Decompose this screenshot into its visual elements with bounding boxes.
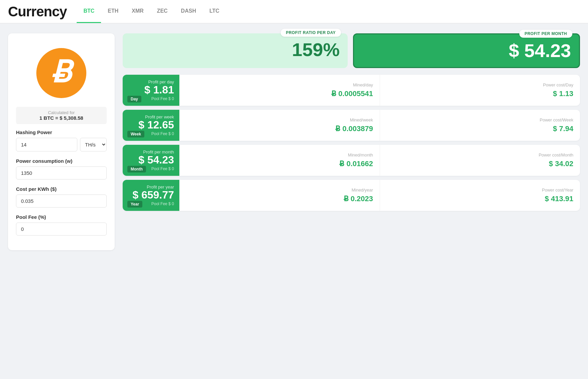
calculated-for-label: Calculated for <box>19 110 103 115</box>
btc-icon-container: Ƀ <box>16 41 107 101</box>
profit-value-year: $ 659.77 <box>128 190 174 200</box>
data-row-left-year: Profit per year $ 659.77 Pool Fee $ 0 Ye… <box>123 180 179 211</box>
power-cost-cell-year: Power cost/Year $ 413.91 <box>380 180 580 211</box>
summary-cards: PROFIT RATIO PER DAY159%PROFIT PER MONTH… <box>123 33 580 68</box>
period-label-month: Month <box>127 166 146 172</box>
profit-value-day: $ 1.81 <box>128 84 174 95</box>
data-row-cells-week: Mined/week Ƀ 0.003879 Power cost/Week $ … <box>179 110 580 141</box>
data-row-month: Profit per month $ 54.23 Pool Fee $ 0 Mo… <box>123 145 580 176</box>
power-cost-cell-month: Power cost/Month $ 34.02 <box>380 145 580 176</box>
power-cost-label-month: Power cost/Month <box>387 152 573 157</box>
pool-fee-input[interactable] <box>16 223 107 236</box>
power-consumption-label: Power consumption (w) <box>16 158 107 164</box>
hashing-power-label: Hashing Power <box>16 129 107 135</box>
cost-per-kwh-label: Cost per KWh ($) <box>16 186 107 192</box>
data-row-cells-year: Mined/year Ƀ 0.2023 Power cost/Year $ 41… <box>179 180 580 211</box>
hashing-power-input[interactable] <box>16 138 77 151</box>
power-cost-cell-week: Power cost/Week $ 7.94 <box>380 110 580 141</box>
cost-per-kwh-group: Cost per KWh ($) <box>16 186 107 208</box>
power-cost-label-week: Power cost/Week <box>387 117 573 122</box>
mined-label-year: Mined/year <box>186 187 373 193</box>
tab-eth[interactable]: ETH <box>101 0 125 23</box>
mined-value-year: Ƀ 0.2023 <box>186 195 373 203</box>
power-cost-value-day: $ 1.13 <box>387 89 573 98</box>
data-row-left-day: Profit per day $ 1.81 Pool Fee $ 0 Day <box>123 75 179 106</box>
mined-value-month: Ƀ 0.01662 <box>186 159 373 168</box>
data-row-cells-day: Mined/day Ƀ 0.0005541 Power cost/Day $ 1… <box>179 75 580 106</box>
cost-per-kwh-input[interactable] <box>16 195 107 208</box>
app-header: Currency BTCETHXMRZECDASHLTC <box>0 0 588 23</box>
power-consumption-group: Power consumption (w) <box>16 158 107 179</box>
profit-value-month: $ 54.23 <box>128 154 174 165</box>
pool-fee-group: Pool Fee (%) <box>16 214 107 236</box>
power-cost-value-month: $ 34.02 <box>387 159 573 168</box>
power-cost-value-year: $ 413.91 <box>387 195 573 203</box>
power-cost-value-week: $ 7.94 <box>387 124 573 133</box>
hashing-power-unit-select[interactable]: TH/s GH/s MH/s <box>80 138 107 151</box>
summary-card-label: PROFIT RATIO PER DAY <box>281 29 341 37</box>
power-cost-label-day: Power cost/Day <box>387 82 573 87</box>
power-cost-label-year: Power cost/Year <box>387 187 573 193</box>
pool-fee-label: Pool Fee (%) <box>16 214 107 220</box>
right-panel: PROFIT RATIO PER DAY159%PROFIT PER MONTH… <box>123 33 580 250</box>
tab-dash[interactable]: DASH <box>174 0 203 23</box>
mined-value-day: Ƀ 0.0005541 <box>186 89 373 98</box>
mined-label-day: Mined/day <box>186 82 373 87</box>
power-cost-cell-day: Power cost/Day $ 1.13 <box>380 75 580 106</box>
hashing-power-input-row: TH/s GH/s MH/s <box>16 138 107 151</box>
summary-card-value: $ 54.23 <box>362 40 571 61</box>
calculated-for-box: Calculated for 1 BTC = $ 5,308.58 <box>16 107 107 124</box>
data-row-left-month: Profit per month $ 54.23 Pool Fee $ 0 Mo… <box>123 145 179 176</box>
period-label-day: Day <box>127 96 141 102</box>
mined-cell-year: Mined/year Ƀ 0.2023 <box>179 180 380 211</box>
summary-card-value: 159% <box>131 39 340 60</box>
data-row-left-week: Profit per week $ 12.65 Pool Fee $ 0 Wee… <box>123 110 179 141</box>
tab-zec[interactable]: ZEC <box>150 0 174 23</box>
hashing-power-group: Hashing Power TH/s GH/s MH/s <box>16 129 107 151</box>
summary-card-label: PROFIT PER MONTH <box>519 30 572 38</box>
app-title: Currency <box>8 4 67 20</box>
data-rows: Profit per day $ 1.81 Pool Fee $ 0 Day M… <box>123 75 580 211</box>
main-content: Ƀ Calculated for 1 BTC = $ 5,308.58 Hash… <box>0 23 588 260</box>
mined-value-week: Ƀ 0.003879 <box>186 124 373 133</box>
data-row-day: Profit per day $ 1.81 Pool Fee $ 0 Day M… <box>123 75 580 106</box>
currency-tabs: BTCETHXMRZECDASHLTC <box>77 0 226 23</box>
mined-label-month: Mined/month <box>186 152 373 157</box>
mined-cell-month: Mined/month Ƀ 0.01662 <box>179 145 380 176</box>
summary-card-profit-per-month: PROFIT PER MONTH$ 54.23 <box>353 33 580 68</box>
left-panel: Ƀ Calculated for 1 BTC = $ 5,308.58 Hash… <box>8 33 115 250</box>
data-row-year: Profit per year $ 659.77 Pool Fee $ 0 Ye… <box>123 180 580 211</box>
tab-ltc[interactable]: LTC <box>203 0 226 23</box>
tab-xmr[interactable]: XMR <box>125 0 150 23</box>
data-row-cells-month: Mined/month Ƀ 0.01662 Power cost/Month $… <box>179 145 580 176</box>
period-label-year: Year <box>127 201 142 208</box>
mined-label-week: Mined/week <box>186 117 373 122</box>
tab-btc[interactable]: BTC <box>77 0 101 23</box>
mined-cell-day: Mined/day Ƀ 0.0005541 <box>179 75 380 106</box>
power-consumption-input[interactable] <box>16 166 107 179</box>
btc-circle: Ƀ <box>36 48 86 98</box>
data-row-week: Profit per week $ 12.65 Pool Fee $ 0 Wee… <box>123 110 580 141</box>
summary-card-profit-ratio-day: PROFIT RATIO PER DAY159% <box>123 33 348 68</box>
profit-value-week: $ 12.65 <box>128 119 174 130</box>
btc-symbol: Ƀ <box>51 57 72 87</box>
mined-cell-week: Mined/week Ƀ 0.003879 <box>179 110 380 141</box>
period-label-week: Week <box>127 131 144 137</box>
calculated-for-value: 1 BTC = $ 5,308.58 <box>19 115 103 121</box>
